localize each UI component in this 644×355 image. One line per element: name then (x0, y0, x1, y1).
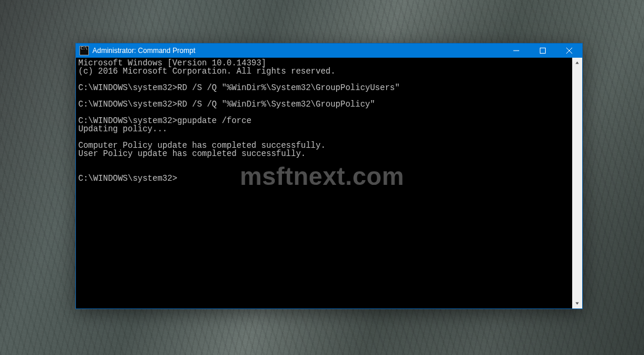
terminal-line: Computer Policy update has completed suc… (78, 141, 570, 150)
terminal-line (78, 92, 570, 100)
terminal-line (78, 75, 570, 84)
cmd-icon (79, 46, 89, 55)
terminal-line: Updating policy... (78, 125, 570, 133)
svg-rect-1 (540, 48, 545, 54)
terminal-line: C:\WINDOWS\system32>RD /S /Q "%WinDir%\S… (78, 84, 570, 92)
terminal-line: (c) 2016 Microsoft Corporation. All righ… (78, 67, 570, 75)
terminal-output[interactable]: Microsoft Windows [Version 10.0.14393](c… (76, 58, 572, 308)
terminal-line: C:\WINDOWS\system32> (78, 174, 570, 183)
terminal-line: C:\WINDOWS\system32>RD /S /Q "%WinDir%\S… (78, 100, 570, 108)
client-area: Microsoft Windows [Version 10.0.14393](c… (76, 58, 582, 308)
desktop-background: Administrator: Command Prompt Microsoft … (0, 0, 644, 355)
minimize-button[interactable] (503, 44, 529, 58)
svg-rect-0 (513, 51, 519, 51)
terminal-line (78, 133, 570, 141)
vertical-scrollbar[interactable] (572, 58, 582, 308)
terminal-line (78, 166, 570, 174)
terminal-line: Microsoft Windows [Version 10.0.14393] (78, 59, 570, 67)
scroll-track[interactable] (572, 68, 582, 298)
terminal-line (78, 108, 570, 117)
titlebar[interactable]: Administrator: Command Prompt (76, 44, 582, 58)
terminal-line (78, 158, 570, 166)
maximize-button[interactable] (529, 44, 556, 58)
close-button[interactable] (556, 44, 582, 58)
scroll-down-button[interactable] (572, 298, 582, 308)
scroll-up-button[interactable] (572, 58, 582, 68)
command-prompt-window: Administrator: Command Prompt Microsoft … (75, 43, 583, 309)
terminal-line: User Policy update has completed success… (78, 150, 570, 158)
window-title: Administrator: Command Prompt (92, 47, 195, 55)
terminal-line: C:\WINDOWS\system32>gpupdate /force (78, 117, 570, 125)
